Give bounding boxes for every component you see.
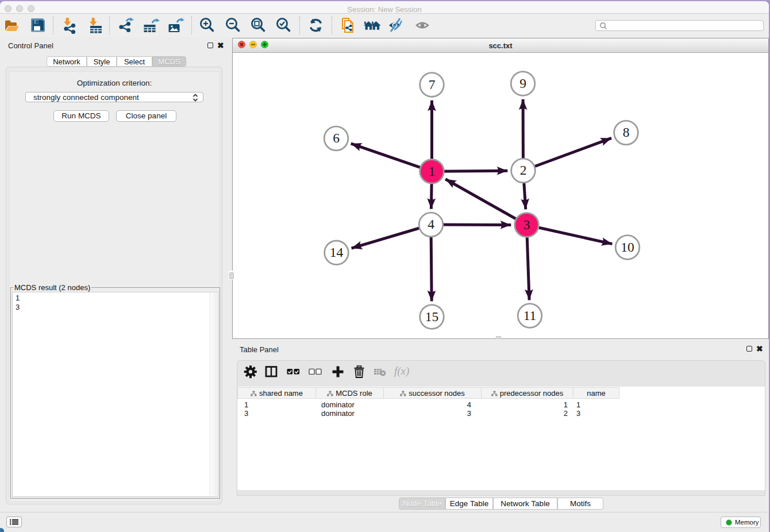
- svg-text:3: 3: [523, 217, 530, 232]
- svg-text:2: 2: [520, 163, 527, 178]
- svg-text:6: 6: [333, 130, 340, 145]
- svg-text:8: 8: [623, 125, 630, 140]
- svg-text:11: 11: [523, 308, 537, 323]
- svg-text:1: 1: [429, 164, 436, 179]
- svg-text:10: 10: [621, 240, 634, 255]
- svg-text:14: 14: [330, 245, 344, 260]
- svg-text:7: 7: [429, 77, 436, 92]
- svg-text:9: 9: [519, 76, 526, 91]
- svg-text:15: 15: [425, 309, 439, 324]
- svg-text:4: 4: [428, 217, 434, 232]
